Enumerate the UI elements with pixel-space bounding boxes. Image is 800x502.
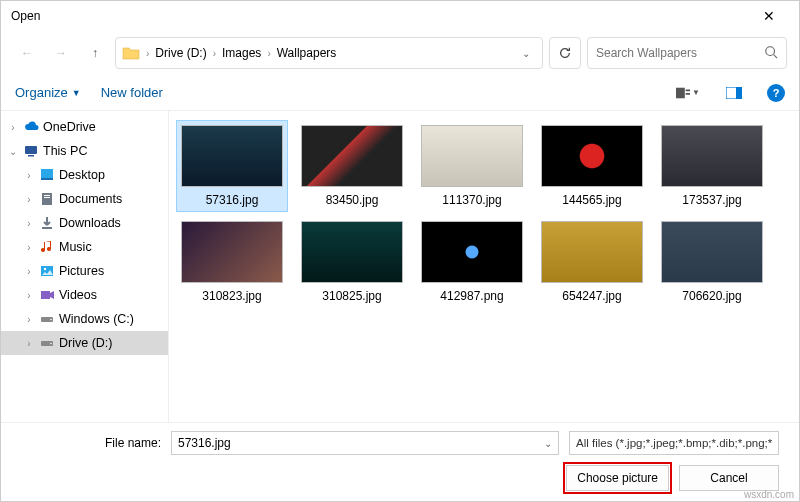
file-name: 654247.jpg: [562, 289, 621, 303]
file-name: 173537.jpg: [682, 193, 741, 207]
drive-icon: [39, 311, 55, 327]
file-item[interactable]: 654247.jpg: [537, 217, 647, 307]
file-item[interactable]: 144565.jpg: [537, 121, 647, 211]
thumbnail-image: [421, 125, 523, 187]
organize-menu[interactable]: Organize ▼: [15, 85, 81, 100]
file-item[interactable]: 310825.jpg: [297, 217, 407, 307]
titlebar: Open ✕: [1, 1, 799, 31]
tree-item-desktop[interactable]: ›Desktop: [1, 163, 168, 187]
tree-item-label: Pictures: [59, 264, 104, 278]
tree-item-drive-d-[interactable]: ›Drive (D:): [1, 331, 168, 355]
file-name: 111370.jpg: [442, 193, 501, 207]
watermark: wsxdn.com: [744, 489, 794, 500]
svg-rect-10: [41, 178, 53, 180]
svg-rect-17: [41, 291, 50, 299]
tree-item-label: Music: [59, 240, 92, 254]
svg-rect-2: [676, 87, 685, 98]
svg-rect-3: [686, 89, 690, 91]
tree-item-videos[interactable]: ›Videos: [1, 283, 168, 307]
tree-item-label: Desktop: [59, 168, 105, 182]
file-item[interactable]: 83450.jpg: [297, 121, 407, 211]
address-dropdown[interactable]: ⌄: [516, 48, 536, 59]
up-button[interactable]: ↑: [81, 39, 109, 67]
svg-rect-13: [44, 197, 50, 198]
tree-item-downloads[interactable]: ›Downloads: [1, 211, 168, 235]
tree-item-music[interactable]: ›Music: [1, 235, 168, 259]
svg-rect-7: [25, 146, 37, 154]
breadcrumb-segment[interactable]: Drive (D:): [155, 46, 206, 60]
drive-icon: [39, 335, 55, 351]
forward-button[interactable]: →: [47, 39, 75, 67]
file-item[interactable]: 111370.jpg: [417, 121, 527, 211]
address-bar[interactable]: › Drive (D:) › Images › Wallpapers ⌄: [115, 37, 543, 69]
chevron-icon: ›: [7, 122, 19, 133]
close-button[interactable]: ✕: [749, 8, 789, 24]
file-name: 57316.jpg: [206, 193, 259, 207]
thumbnail-image: [181, 221, 283, 283]
breadcrumb-segment[interactable]: Wallpapers: [277, 46, 337, 60]
tree-item-onedrive[interactable]: ›OneDrive: [1, 115, 168, 139]
tree-item-label: Documents: [59, 192, 122, 206]
chevron-icon: ›: [23, 194, 35, 205]
svg-point-16: [44, 268, 46, 270]
chevron-right-icon: ›: [146, 48, 149, 59]
tree-item-pictures[interactable]: ›Pictures: [1, 259, 168, 283]
thumbnail-image: [541, 125, 643, 187]
search-icon: [764, 45, 778, 62]
filetype-filter[interactable]: All files (*.jpg;*.jpeg;*.bmp;*.dib;*.pn…: [569, 431, 779, 455]
svg-point-19: [50, 319, 52, 321]
file-name: 706620.jpg: [682, 289, 741, 303]
chevron-icon: ›: [23, 314, 35, 325]
search-box[interactable]: [587, 37, 787, 69]
cancel-button[interactable]: Cancel: [679, 465, 779, 491]
view-mode-button[interactable]: ▼: [675, 82, 701, 104]
svg-rect-11: [42, 193, 52, 205]
thumbnail-image: [661, 221, 763, 283]
file-item[interactable]: 412987.png: [417, 217, 527, 307]
filename-value: 57316.jpg: [178, 436, 231, 450]
tree-item-label: Windows (C:): [59, 312, 134, 326]
svg-point-0: [766, 46, 775, 55]
chevron-icon: ›: [23, 338, 35, 349]
svg-rect-9: [41, 169, 53, 178]
tree-item-documents[interactable]: ›Documents: [1, 187, 168, 211]
toolbar: Organize ▼ New folder ▼ ?: [1, 75, 799, 111]
chevron-icon: ›: [23, 266, 35, 277]
down-icon: [39, 215, 55, 231]
filename-combobox[interactable]: 57316.jpg ⌄: [171, 431, 559, 455]
tree-item-label: Videos: [59, 288, 97, 302]
pic-icon: [39, 263, 55, 279]
file-item[interactable]: 310823.jpg: [177, 217, 287, 307]
svg-rect-14: [42, 227, 52, 229]
new-folder-button[interactable]: New folder: [101, 85, 163, 100]
thumbnail-image: [541, 221, 643, 283]
folder-icon: [122, 45, 140, 61]
svg-rect-12: [44, 195, 50, 196]
file-name: 310825.jpg: [322, 289, 381, 303]
help-button[interactable]: ?: [767, 84, 785, 102]
tree-item-windows-c-[interactable]: ›Windows (C:): [1, 307, 168, 331]
svg-rect-4: [686, 93, 690, 95]
preview-pane-button[interactable]: [721, 82, 747, 104]
tree-item-label: Drive (D:): [59, 336, 112, 350]
search-input[interactable]: [596, 46, 756, 60]
file-item[interactable]: 706620.jpg: [657, 217, 767, 307]
chevron-right-icon: ›: [267, 48, 270, 59]
tree-item-this-pc[interactable]: ⌄This PC: [1, 139, 168, 163]
cloud-icon: [23, 119, 39, 135]
back-button[interactable]: ←: [13, 39, 41, 67]
doc-icon: [39, 191, 55, 207]
chevron-right-icon: ›: [213, 48, 216, 59]
refresh-button[interactable]: [549, 37, 581, 69]
breadcrumb-segment[interactable]: Images: [222, 46, 261, 60]
dialog-body: ›OneDrive⌄This PC›Desktop›Documents›Down…: [1, 111, 799, 422]
chevron-icon: ›: [23, 242, 35, 253]
chevron-icon: ›: [23, 218, 35, 229]
tree-item-label: Downloads: [59, 216, 121, 230]
dialog-footer: File name: 57316.jpg ⌄ All files (*.jpg;…: [1, 422, 799, 501]
choose-picture-button[interactable]: Choose picture: [566, 465, 669, 491]
file-item[interactable]: 57316.jpg: [177, 121, 287, 211]
file-item[interactable]: 173537.jpg: [657, 121, 767, 211]
vid-icon: [39, 287, 55, 303]
file-name: 310823.jpg: [202, 289, 261, 303]
